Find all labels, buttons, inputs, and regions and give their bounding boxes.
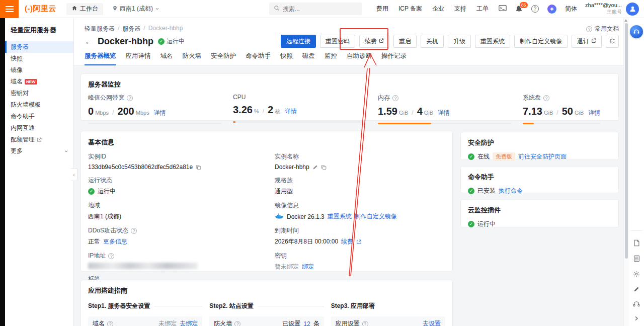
menu-enterprise[interactable]: 企业	[432, 5, 444, 13]
search-input[interactable]	[283, 6, 348, 13]
breadcrumb-level2[interactable]: 服务器	[122, 25, 140, 33]
tab-server-overview[interactable]: 服务器概览	[85, 52, 116, 65]
custom-image-button[interactable]: 制作自定义镜像	[514, 35, 568, 48]
workbench-button[interactable]: 工作台	[66, 3, 103, 15]
bandwidth-detail-link[interactable]: 详情	[154, 109, 166, 117]
sidebar-collapse-handle[interactable]: ‹	[71, 168, 77, 181]
copy-icon[interactable]	[196, 165, 201, 170]
field-key: 密钥 暂未绑定绑定	[275, 252, 441, 271]
metrics-row: 峰值公网带宽? 0Mbps / 200Mbps 详情 CPU 3.26% / 2…	[88, 94, 611, 124]
renew-link[interactable]: 续费	[341, 237, 353, 246]
goto-app-settings-link[interactable]: 去设置	[423, 319, 441, 326]
tab-monitoring[interactable]: 监控	[325, 52, 337, 65]
edit-pencil-icon[interactable]	[312, 165, 318, 170]
location-pin-icon	[112, 6, 118, 13]
headset-icon[interactable]	[633, 301, 640, 307]
sidebar-item-domain[interactable]: 域名NEW	[5, 76, 73, 88]
unsubscribe-button[interactable]: 退订	[572, 35, 602, 48]
remote-connect-button[interactable]: 远程连接	[281, 35, 316, 48]
sidebar-item-server[interactable]: 服务器	[5, 41, 73, 53]
ddos-more-link[interactable]: 更多信息	[103, 237, 127, 246]
scrollbar-thumb[interactable]	[625, 23, 628, 259]
copy-icon[interactable]	[321, 165, 327, 170]
bind-domain-link[interactable]: 去绑定	[180, 319, 198, 326]
sidebar-item-image[interactable]: 镜像	[5, 64, 73, 76]
region-selector[interactable]: 西南1 (成都)	[112, 5, 159, 13]
external-link-icon	[379, 38, 384, 45]
upgrade-button[interactable]: 升级	[448, 35, 471, 48]
scroll-up-arrow[interactable]	[624, 19, 627, 22]
sidebar-item-intranet[interactable]: 内网互通	[5, 122, 73, 134]
menu-billing[interactable]: 费用	[376, 5, 388, 13]
help-circle-icon[interactable]: ?	[108, 253, 114, 259]
edit-pencil-icon[interactable]	[633, 286, 639, 292]
global-search[interactable]	[269, 3, 362, 15]
account-info[interactable]: zha****@you... 主账号	[585, 2, 622, 15]
vertical-scrollbar[interactable]	[623, 18, 628, 326]
help-circle-icon[interactable]: ?	[234, 321, 240, 326]
sidebar-item-firewall-template[interactable]: 防火墙模板	[5, 99, 73, 111]
sidebar-item-keypair[interactable]: 密钥对	[5, 88, 73, 99]
top-icons: 85 ? 简体	[499, 5, 577, 14]
sidebar-item-more[interactable]: 更多	[5, 145, 73, 157]
sidebar-item-command-assistant[interactable]: 命令助手	[5, 111, 73, 122]
help-circle-icon[interactable]: ?	[392, 95, 398, 101]
sidebar-item-quota[interactable]: 配额管理	[5, 134, 73, 145]
help-icon[interactable]: ?	[531, 5, 539, 13]
breadcrumb-current: Docker-hbhp	[148, 25, 183, 33]
sidebar-title: 轻量应用服务器	[5, 18, 73, 41]
tab-firewall[interactable]: 防火墙	[183, 52, 202, 65]
chevron-right-icon[interactable]	[634, 316, 639, 321]
common-docs-link[interactable]: ? 常用文档	[586, 25, 619, 33]
status-ok-icon	[158, 38, 165, 45]
restart-button[interactable]: 重启	[393, 35, 417, 48]
help-circle-icon[interactable]: ?	[131, 228, 137, 234]
reset-system-link[interactable]: 重置系统	[328, 212, 352, 221]
field-instance-id: 实例ID 133db9e5c0c5453b8062dfec5d62a81e	[88, 152, 264, 171]
help-circle-icon[interactable]: ?	[362, 321, 368, 326]
calculator-icon[interactable]	[633, 255, 640, 262]
hamburger-menu-button[interactable]	[0, 0, 19, 18]
renew-button[interactable]: 续费	[359, 35, 389, 48]
refresh-button[interactable]	[606, 35, 619, 48]
tab-app-details[interactable]: 应用详情	[126, 52, 151, 65]
help-circle-icon[interactable]: ?	[107, 321, 113, 326]
reset-password-button[interactable]: 重置密码	[320, 35, 355, 48]
notifications-bell-icon[interactable]: 85	[515, 5, 523, 13]
memory-detail-link[interactable]: 详情	[438, 109, 450, 117]
breadcrumb-level1[interactable]: 轻量服务器	[85, 25, 115, 33]
firewall-rule-count[interactable]: 12	[303, 320, 310, 326]
goto-security-link[interactable]: 前往安全防护页面	[518, 152, 567, 161]
shutdown-button[interactable]: 关机	[421, 35, 444, 48]
reset-system-button[interactable]: 重置系统	[475, 35, 510, 48]
custom-image-link[interactable]: 制作自定义镜像	[355, 212, 397, 221]
avatar[interactable]	[626, 3, 639, 16]
back-arrow-icon[interactable]: ←	[85, 37, 93, 47]
aliyun-logo[interactable]: (-)阿里云	[25, 4, 56, 14]
tab-disk[interactable]: 磁盘	[302, 52, 315, 65]
disk-detail-link[interactable]: 详情	[588, 109, 600, 117]
gear-icon[interactable]	[633, 271, 640, 278]
menu-support[interactable]: 支持	[454, 5, 466, 13]
tab-operation-log[interactable]: 操作记录	[381, 52, 407, 65]
tab-security[interactable]: 安全防护	[211, 52, 236, 65]
cpu-detail-link[interactable]: 详情	[285, 107, 297, 116]
language-switch[interactable]: 简体	[565, 5, 577, 13]
customer-service-icon[interactable]	[630, 25, 643, 38]
menu-icp[interactable]: ICP 备案	[398, 5, 422, 13]
tab-command-assistant[interactable]: 命令助手	[246, 52, 271, 65]
memory-progress-bar	[378, 123, 512, 124]
sidebar-item-snapshot[interactable]: 快照	[5, 53, 73, 64]
run-command-link[interactable]: 执行命令	[499, 187, 523, 195]
tab-self-diagnosis[interactable]: 自助诊断	[347, 52, 372, 65]
menu-ticket[interactable]: 工单	[476, 5, 489, 13]
help-circle-icon[interactable]: ?	[127, 95, 133, 101]
cloudshell-icon[interactable]	[499, 5, 507, 14]
tab-domain[interactable]: 域名	[160, 52, 173, 65]
document-icon[interactable]	[633, 239, 640, 247]
help-circle-icon[interactable]: ?	[543, 95, 549, 101]
disk-progress-bar	[523, 123, 600, 124]
bind-key-link[interactable]: 绑定	[302, 263, 314, 271]
app-center-icon[interactable]	[547, 5, 556, 14]
tab-snapshot[interactable]: 快照	[280, 52, 293, 65]
